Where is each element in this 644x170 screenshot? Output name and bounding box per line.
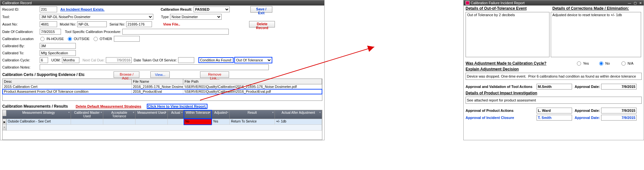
calib-to-label: Calibrated To: [2, 51, 38, 55]
certs-header: Calibration Certs / Supporting Evidence … [2, 72, 86, 78]
loc-outside-radio[interactable] [68, 37, 72, 41]
cond-found-label: Condition As Found: [199, 58, 233, 63]
appr-prod-label: Approval of Product Actions [466, 109, 535, 112]
cert-col-desc: Desc [3, 79, 132, 84]
cert-row[interactable]: Product Assessment From Out Of Tolerance… [3, 89, 322, 94]
view-incident-link[interactable]: Click Here to View Incident Report. [147, 104, 207, 109]
explain-label: Explain Adjustment Decision [466, 67, 519, 71]
record-id-label: Record ID: [2, 7, 38, 11]
calib-by-label: Calibrated By: [2, 44, 38, 48]
appr-inc-date-input[interactable] [601, 115, 637, 121]
appr-prod-input[interactable] [537, 108, 572, 113]
asset-no-label: Asset No: [2, 22, 38, 26]
titlebar-left: Calibration Record [0, 0, 324, 5]
adj-na-radio[interactable] [621, 61, 626, 66]
cond-found-select[interactable]: Out Of Tolerance [235, 57, 272, 63]
calib-cycle-input[interactable] [40, 57, 48, 63]
calib-to-input[interactable] [40, 50, 76, 56]
cert-row[interactable]: 2015 Calibration Cert 2016_21695-176_Noi… [3, 84, 322, 89]
loc-other-input[interactable] [114, 36, 140, 42]
uom-label: UOM: [51, 58, 61, 62]
serial-no-label: Serial No: [109, 22, 125, 26]
appr-prod-date-label: Approval Date: [575, 109, 600, 112]
det-out-text[interactable]: Out of Tolerance by 2 decibels [466, 12, 549, 57]
appr-tool-date-input[interactable] [601, 84, 637, 90]
adj-no-radio[interactable] [599, 61, 603, 66]
uom-input[interactable] [62, 57, 79, 63]
title-right: Calibration Failure Incident Report [471, 1, 525, 5]
adj-yes-radio[interactable] [577, 61, 581, 66]
date-out-input[interactable] [178, 57, 194, 63]
appr-prod-date-input[interactable] [601, 108, 637, 113]
next-due-input[interactable] [106, 57, 132, 63]
type-label: Type [161, 15, 169, 19]
type-select[interactable]: Noise Dosimeter [170, 14, 222, 20]
date-out-label: Date Taken Out Of Service: [134, 58, 177, 62]
title-left: Calibration Record [2, 1, 32, 5]
browse-add-button[interactable]: Browse / Add... [114, 71, 139, 78]
view-button[interactable]: View... [150, 71, 170, 78]
appr-tool-label: Approval and Validation of Tool Actions [466, 85, 535, 89]
asset-no-input[interactable] [40, 21, 57, 27]
appr-inc-label: Approval of Incident Closure [466, 116, 535, 120]
next-due-label: Next Cal Due: [83, 58, 105, 62]
incident-exists-link[interactable]: An Incident Report Exists. [60, 7, 105, 11]
save-exit-button[interactable]: Save / Exit [250, 6, 272, 13]
meas-header: Calibration Measurements / Results [2, 103, 70, 109]
titlebar-right: Calibration Failure Incident Report — ▢ … [464, 0, 644, 5]
explain-input[interactable] [466, 73, 642, 80]
model-no-label: Model No: [60, 22, 76, 26]
record-id-input[interactable] [40, 6, 57, 12]
minimize-icon[interactable]: — [628, 1, 631, 5]
notes-label: Calibration Notes: [2, 65, 38, 69]
calibration-result-select[interactable]: PASSED [194, 6, 230, 12]
notes-input[interactable] [40, 64, 269, 70]
date-calib-input[interactable] [40, 29, 61, 35]
calib-cycle-label: Calibration Cycle: [2, 58, 38, 62]
appr-tool-input[interactable] [537, 84, 572, 90]
calibration-record-window: Calibration Record Record ID: An Inciden… [0, 0, 325, 140]
app-icon [466, 1, 469, 5]
cert-col-file: File Name [132, 79, 183, 84]
close-icon[interactable]: ✕ [639, 1, 642, 5]
calib-by-input[interactable] [40, 43, 76, 49]
appr-inc-input[interactable] [537, 115, 572, 121]
det-corr-text[interactable]: Adjusted device to reset tolerance to +/… [551, 12, 641, 57]
det-out-label: Details of Out-of-Tolerance Event [466, 6, 551, 11]
calibration-result-label: Calibration Result: [161, 7, 192, 11]
model-no-input[interactable] [77, 21, 107, 27]
tool-select[interactable]: 3M NP-DL NoisePro Dosimeter [40, 14, 153, 20]
measurements-grid: Measurement Strategy Calibrated Master U… [2, 110, 322, 140]
loc-other-radio[interactable] [94, 37, 98, 41]
delete-record-button[interactable]: Delete Record [249, 21, 275, 27]
meas-row[interactable]: ▶ Outside Calibration - See Cert No Yes … [3, 119, 322, 125]
loc-inhouse-radio[interactable] [40, 37, 45, 41]
certs-table: Desc File Name File Path 2015 Calibratio… [2, 79, 322, 101]
maximize-icon[interactable]: ▢ [634, 1, 637, 5]
incident-report-window: Calibration Failure Incident Report — ▢ … [463, 0, 644, 140]
remove-link-button[interactable]: Remove Link... [200, 71, 229, 78]
tool-proc-input[interactable] [122, 29, 229, 35]
serial-no-input[interactable] [126, 21, 152, 27]
impact-input[interactable] [466, 97, 642, 104]
delete-strategies-link[interactable]: Delete Default Measurement Strategies [75, 104, 141, 108]
tool-proc-label: Tool Specific Calibration Procedure: [65, 30, 121, 34]
date-calib-label: Date Of Calibration: [2, 30, 38, 34]
tool-label: Tool: [2, 15, 38, 19]
calib-loc-label: Calibration Location [2, 37, 38, 41]
meas-row-new[interactable]: * [3, 125, 322, 131]
view-file-link[interactable]: View File.. [163, 22, 180, 26]
impact-label: Details of Product Impact Investigation [466, 91, 537, 95]
det-corr-label: Details of Corrections Made / Eliminatio… [552, 6, 629, 11]
adj-q-label: Was Adjustment Made to Calibration Cycle… [466, 61, 575, 66]
cert-col-path: File Path [183, 79, 322, 84]
appr-date-label: Approval Date: [575, 85, 600, 89]
appr-inc-date-label: Approval Date: [575, 116, 600, 120]
